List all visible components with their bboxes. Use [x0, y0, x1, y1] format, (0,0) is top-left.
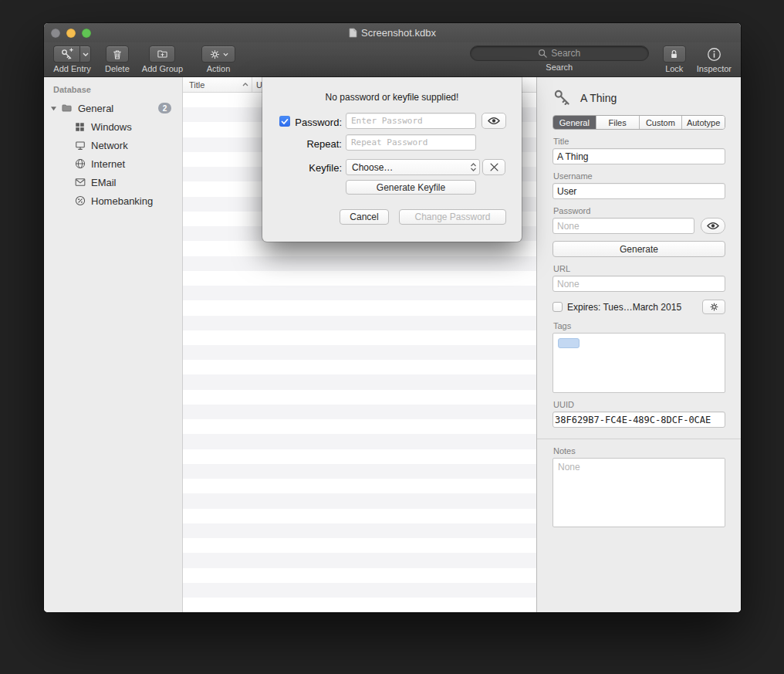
app-window: Screenshot.kdbx Add Entry — [44, 23, 741, 612]
toolbar-item-search: Search Search — [470, 46, 649, 72]
entry-count-badge: 2 — [158, 103, 171, 113]
entry-row[interactable] — [183, 390, 536, 405]
generate-password-button[interactable]: Generate — [553, 241, 725, 257]
window-title: Screenshot.kdbx — [349, 27, 436, 39]
entry-row[interactable] — [183, 271, 536, 286]
folder-plus-icon — [156, 48, 169, 60]
window-title-text: Screenshot.kdbx — [361, 27, 436, 39]
tab-autotype[interactable]: Autotype — [681, 116, 725, 129]
action-label: Action — [207, 64, 231, 73]
entry-row[interactable] — [183, 449, 536, 464]
entry-row[interactable] — [183, 300, 536, 315]
sidebar-item-windows[interactable]: Windows — [44, 117, 182, 136]
sidebar-item-internet[interactable]: Internet — [44, 154, 182, 173]
traffic-lights — [51, 29, 91, 38]
tags-box[interactable] — [553, 333, 725, 393]
sidebar-item-homebanking[interactable]: Homebanking — [44, 191, 182, 210]
entry-row[interactable] — [183, 553, 536, 567]
column-username-label: U — [256, 80, 262, 90]
entry-row[interactable] — [183, 345, 536, 360]
username-field-label: Username — [553, 171, 725, 181]
content-area: Database General 2 Windows — [44, 77, 741, 612]
inspector-button[interactable] — [707, 46, 721, 63]
change-password-sheet: No password or keyfile supplied! Passwor… — [262, 77, 522, 242]
tab-general[interactable]: General — [553, 116, 596, 129]
entry-row[interactable] — [183, 256, 536, 271]
sidebar-item-email[interactable]: EMail — [44, 173, 182, 191]
eye-icon — [707, 222, 719, 230]
entry-row[interactable] — [183, 405, 536, 419]
lock-button[interactable] — [663, 46, 686, 63]
minimize-button[interactable] — [66, 29, 76, 38]
entry-row[interactable] — [183, 523, 536, 538]
tags-field-label: Tags — [553, 321, 725, 330]
entry-row[interactable] — [183, 509, 536, 523]
entry-row[interactable] — [183, 316, 536, 330]
column-header-username[interactable]: U — [252, 77, 262, 92]
cancel-button[interactable]: Cancel — [340, 209, 389, 225]
action-button[interactable] — [201, 46, 235, 63]
notes-textarea[interactable] — [553, 458, 725, 527]
entry-row[interactable] — [183, 360, 536, 374]
entry-row[interactable] — [183, 538, 536, 553]
entry-row[interactable] — [183, 493, 536, 508]
percent-coin-icon — [73, 195, 86, 207]
repeat-label: Repeat: — [262, 138, 342, 150]
inspector-header: A Thing — [553, 83, 725, 113]
entry-row[interactable] — [183, 434, 536, 449]
tag-token[interactable] — [558, 338, 580, 348]
windows-icon — [73, 121, 86, 133]
sidebar-item-label: Internet — [91, 158, 125, 170]
entry-row[interactable] — [183, 419, 536, 434]
close-button[interactable] — [51, 29, 60, 38]
disclosure-triangle-icon[interactable] — [49, 106, 58, 111]
sidebar-item-label: Windows — [91, 121, 132, 133]
entry-title-heading: A Thing — [580, 92, 617, 104]
entry-row[interactable] — [183, 479, 536, 493]
generate-keyfile-button[interactable]: Generate Keyfile — [346, 180, 476, 195]
uuid-input[interactable] — [553, 412, 725, 428]
sidebar-item-network[interactable]: Network — [44, 136, 182, 154]
inspector-label: Inspector — [697, 64, 732, 73]
zoom-button[interactable] — [82, 29, 91, 38]
add-entry-label: Add Entry — [53, 64, 90, 73]
entry-row[interactable] — [183, 286, 536, 300]
add-entry-dropdown-button[interactable] — [79, 46, 91, 63]
title-input[interactable] — [553, 148, 725, 164]
inspector-password-input[interactable] — [553, 218, 694, 234]
add-entry-button[interactable] — [53, 46, 79, 63]
entry-row[interactable] — [183, 568, 536, 583]
change-password-button[interactable]: Change Password — [399, 209, 506, 225]
toolbar-item-add-group: Add Group — [142, 46, 183, 73]
expires-checkbox[interactable] — [553, 302, 563, 312]
entry-row[interactable] — [183, 583, 536, 598]
key-plus-icon — [60, 48, 73, 61]
add-group-button[interactable] — [149, 46, 175, 63]
password-input[interactable] — [346, 113, 476, 129]
column-title-label: Title — [189, 80, 204, 90]
delete-button[interactable] — [106, 46, 129, 63]
entry-row[interactable] — [183, 241, 536, 256]
delete-label: Delete — [105, 64, 130, 73]
entry-row[interactable] — [183, 330, 536, 345]
tab-files[interactable]: Files — [596, 116, 639, 129]
tab-custom[interactable]: Custom — [639, 116, 682, 129]
chevron-down-icon — [223, 52, 228, 56]
clear-keyfile-button[interactable] — [482, 159, 505, 175]
search-input[interactable]: Search — [470, 46, 649, 61]
url-input[interactable] — [553, 276, 725, 292]
username-input[interactable] — [553, 183, 725, 199]
inspector-reveal-password-button[interactable] — [701, 218, 725, 234]
entry-row[interactable] — [183, 598, 536, 612]
title-field-label: Title — [553, 137, 725, 146]
password-row — [553, 218, 725, 234]
sidebar-item-general[interactable]: General 2 — [44, 99, 182, 117]
expires-settings-button[interactable] — [702, 300, 725, 314]
reveal-password-button[interactable] — [482, 113, 506, 129]
toolbar-item-lock: Lock — [663, 46, 686, 73]
keyfile-popup[interactable]: Choose… — [346, 159, 480, 175]
repeat-password-input[interactable] — [346, 134, 476, 151]
entry-row[interactable] — [183, 464, 536, 479]
entry-row[interactable] — [183, 374, 536, 389]
column-header-title[interactable]: Title — [183, 77, 252, 92]
